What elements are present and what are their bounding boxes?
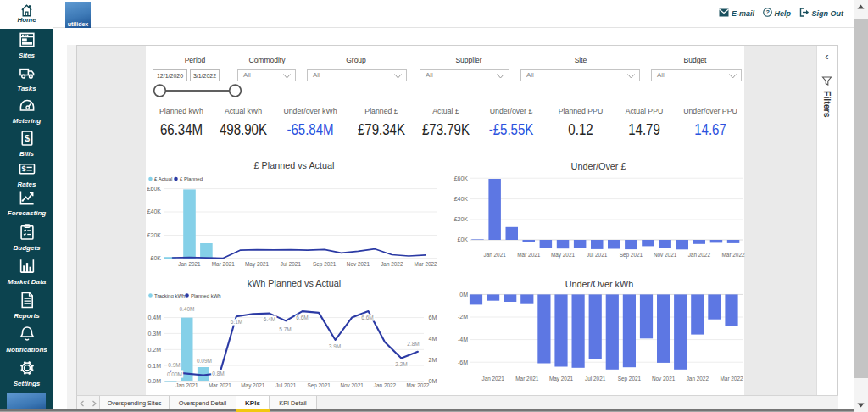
- svg-text:£20K: £20K: [454, 216, 469, 222]
- svg-text:Planned kWh: Planned kWh: [191, 293, 221, 298]
- svg-text:6M: 6M: [429, 315, 437, 320]
- svg-text:£ Planned vs Actual: £ Planned vs Actual: [254, 160, 335, 170]
- svg-text:6.1M: 6.1M: [231, 319, 242, 325]
- svg-text:Sep 2021: Sep 2021: [307, 382, 331, 389]
- svg-text:-4M: -4M: [458, 337, 468, 342]
- svg-text:0M: 0M: [459, 292, 468, 298]
- svg-text:Jan 2021: Jan 2021: [178, 261, 201, 267]
- svg-text:£0K: £0K: [151, 255, 162, 261]
- svg-text:Nov 2021: Nov 2021: [340, 382, 364, 388]
- svg-text:0.2M: 0.2M: [147, 347, 161, 353]
- svg-text:Jan 2022: Jan 2022: [381, 261, 403, 267]
- svg-text:Mar 2022: Mar 2022: [415, 261, 437, 267]
- svg-text:Jan 2021: Jan 2021: [175, 382, 198, 388]
- svg-text:Mar 2021: Mar 2021: [209, 382, 231, 388]
- svg-text:Mar 2022: Mar 2022: [406, 382, 429, 388]
- svg-text:0.9M: 0.9M: [168, 362, 180, 368]
- svg-text:-2M: -2M: [458, 314, 468, 320]
- svg-text:May 2021: May 2021: [241, 382, 265, 389]
- svg-text:£40K: £40K: [454, 196, 469, 202]
- svg-text:Sep 2021: Sep 2021: [618, 376, 642, 382]
- svg-text:Jul 2021: Jul 2021: [275, 382, 297, 388]
- svg-text:0.1M: 0.1M: [147, 363, 161, 369]
- svg-text:Jan 2021: Jan 2021: [481, 376, 504, 381]
- svg-text:6.4M: 6.4M: [264, 316, 275, 322]
- svg-text:3.9M: 3.9M: [329, 343, 341, 349]
- svg-text:Mar 2021: Mar 2021: [517, 252, 540, 258]
- svg-text:-6M: -6M: [458, 359, 468, 365]
- svg-text:2.8M: 2.8M: [407, 341, 419, 347]
- svg-text:kWh Planned vs Actual: kWh Planned vs Actual: [248, 278, 341, 288]
- svg-text:5.7M: 5.7M: [279, 326, 291, 332]
- svg-text:May 2021: May 2021: [551, 252, 576, 259]
- svg-text:6.6M: 6.6M: [296, 315, 308, 320]
- svg-text:Sep 2021: Sep 2021: [620, 252, 643, 259]
- svg-text:0M: 0M: [429, 378, 437, 384]
- svg-text:0.3M: 0.3M: [147, 331, 161, 337]
- svg-text:2.2M: 2.2M: [395, 361, 407, 367]
- svg-text:4M: 4M: [429, 336, 437, 342]
- svg-text:Under/Over £: Under/Over £: [571, 161, 626, 171]
- svg-text:Jan 2022: Jan 2022: [688, 252, 711, 258]
- svg-text:Jan 2022: Jan 2022: [374, 382, 397, 388]
- svg-text:Mar 2022: Mar 2022: [722, 252, 745, 258]
- svg-text:Mar 2021: Mar 2021: [515, 376, 538, 381]
- svg-text:2M: 2M: [429, 357, 437, 363]
- svg-text:Jul 2021: Jul 2021: [585, 376, 606, 381]
- svg-text:0.09M: 0.09M: [197, 358, 212, 364]
- svg-text:Sep 2021: Sep 2021: [313, 261, 337, 268]
- svg-text:£20K: £20K: [147, 232, 162, 238]
- svg-text:Jan 2022: Jan 2022: [687, 376, 709, 381]
- svg-text:£60K: £60K: [454, 175, 469, 181]
- svg-text:Mar 2021: Mar 2021: [212, 261, 235, 267]
- svg-text:Jan 2021: Jan 2021: [483, 252, 506, 258]
- svg-text:0.0M: 0.0M: [147, 378, 161, 384]
- svg-text:0.8M: 0.8M: [212, 370, 224, 376]
- svg-text:Nov 2021: Nov 2021: [652, 376, 676, 381]
- svg-text:£60K: £60K: [147, 186, 162, 192]
- svg-text:0.00M: 0.00M: [167, 371, 182, 377]
- svg-text:Jul 2021: Jul 2021: [281, 261, 302, 267]
- svg-text:Mar 2022: Mar 2022: [721, 376, 743, 381]
- svg-text:£40K: £40K: [147, 209, 162, 214]
- svg-text:Jul 2021: Jul 2021: [587, 252, 608, 258]
- svg-text:£0K: £0K: [458, 237, 469, 242]
- svg-text:Tracking kWh: Tracking kWh: [154, 293, 185, 298]
- svg-text:0.4M: 0.4M: [147, 315, 161, 320]
- svg-text:May 2021: May 2021: [549, 376, 574, 382]
- svg-text:£ Actual: £ Actual: [154, 176, 172, 181]
- svg-text:£ Planned: £ Planned: [180, 176, 203, 181]
- svg-text:Nov 2021: Nov 2021: [347, 261, 370, 267]
- svg-text:Nov 2021: Nov 2021: [654, 252, 677, 258]
- svg-text:6.6M: 6.6M: [361, 315, 373, 320]
- svg-text:May 2021: May 2021: [245, 261, 270, 268]
- svg-text:0.40M: 0.40M: [179, 306, 194, 312]
- svg-text:Under/Over kWh: Under/Over kWh: [565, 279, 633, 289]
